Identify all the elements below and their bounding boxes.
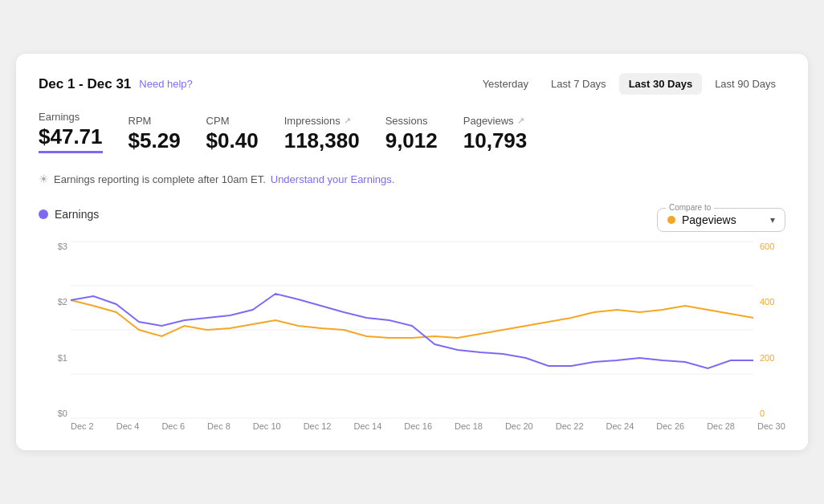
metric-sessions: Sessions 9,012 — [385, 115, 438, 153]
pageviews-arrow-icon: ↗ — [517, 116, 524, 126]
compare-value: Pageviews ▾ — [667, 213, 775, 226]
chart-wrapper: $3 $2 $1 $0 — [39, 242, 785, 418]
y-axis-left: $3 $2 $1 $0 — [39, 242, 67, 418]
x-label-dec30: Dec 30 — [757, 421, 785, 431]
metric-rpm: RPM $5.29 — [128, 115, 181, 153]
earnings-legend: Earnings — [39, 208, 99, 221]
x-label-dec22: Dec 22 — [556, 421, 584, 431]
understand-earnings-link[interactable]: Understand your Earnings. — [271, 173, 395, 185]
x-label-dec6: Dec 6 — [161, 421, 185, 431]
y-left-0: $0 — [39, 408, 67, 418]
notice-text: Earnings reporting is complete after 10a… — [54, 173, 266, 185]
metric-pageviews: Pageviews ↗ 10,793 — [463, 115, 528, 153]
date-range-text: Dec 1 - Dec 31 — [39, 76, 131, 92]
y-right-600: 600 — [760, 242, 785, 251]
compare-label: Compare to — [666, 203, 714, 212]
filter-30days[interactable]: Last 30 Days — [619, 73, 703, 95]
metric-earnings-value: $47.71 — [39, 124, 103, 153]
x-label-dec4: Dec 4 — [116, 421, 140, 431]
pageviews-line — [71, 300, 753, 338]
chevron-down-icon: ▾ — [770, 214, 775, 226]
compare-dropdown[interactable]: Compare to Pageviews ▾ — [657, 208, 785, 232]
metric-cpm-value: $0.40 — [206, 128, 259, 153]
time-filters: Yesterday Last 7 Days Last 30 Days Last … — [473, 73, 785, 95]
metric-impressions-value: 118,380 — [284, 128, 360, 153]
x-label-dec12: Dec 12 — [304, 421, 332, 431]
x-label-dec10: Dec 10 — [253, 421, 281, 431]
header-row: Dec 1 - Dec 31 Need help? Yesterday Last… — [39, 73, 785, 95]
filter-7days[interactable]: Last 7 Days — [541, 73, 616, 95]
x-label-dec18: Dec 18 — [455, 421, 483, 431]
compare-value-text: Pageviews — [682, 213, 736, 226]
chart-svg — [71, 242, 753, 418]
metric-earnings: Earnings $47.71 — [39, 111, 103, 153]
compare-value-inner: Pageviews — [667, 213, 736, 226]
x-label-dec8: Dec 8 — [207, 421, 230, 431]
y-right-0: 0 — [760, 408, 785, 418]
x-label-dec28: Dec 28 — [707, 421, 735, 431]
impressions-arrow-icon: ↗ — [344, 116, 351, 126]
x-label-dec26: Dec 26 — [656, 421, 684, 431]
filter-90days[interactable]: Last 90 Days — [705, 73, 785, 95]
x-label-dec24: Dec 24 — [606, 421, 634, 431]
y-right-200: 200 — [760, 353, 785, 363]
y-left-3: $3 — [39, 242, 67, 251]
chart-section: Earnings Compare to Pageviews ▾ $3 $2 $1 — [39, 208, 785, 431]
metric-rpm-label: RPM — [128, 115, 181, 127]
x-label-dec2: Dec 2 — [71, 421, 94, 431]
metrics-row: Earnings $47.71 RPM $5.29 CPM $0.40 Impr… — [39, 111, 785, 153]
y-right-400: 400 — [760, 297, 785, 307]
earnings-legend-dot — [39, 209, 48, 219]
sun-icon: ☀ — [39, 173, 49, 185]
metric-sessions-value: 9,012 — [385, 128, 438, 153]
notice-row: ☀ Earnings reporting is complete after 1… — [39, 166, 785, 192]
metric-pageviews-value: 10,793 — [463, 128, 528, 153]
metric-earnings-label: Earnings — [39, 111, 103, 123]
metric-rpm-value: $5.29 — [128, 128, 181, 153]
x-label-dec16: Dec 16 — [404, 421, 432, 431]
dashboard-card: Dec 1 - Dec 31 Need help? Yesterday Last… — [16, 54, 808, 450]
y-left-1: $1 — [39, 353, 67, 363]
y-left-2: $2 — [39, 297, 67, 307]
earnings-legend-label: Earnings — [55, 208, 99, 221]
x-label-dec14: Dec 14 — [353, 421, 381, 431]
filter-yesterday[interactable]: Yesterday — [473, 73, 538, 95]
x-label-dec20: Dec 20 — [505, 421, 533, 431]
x-axis-labels: Dec 2 Dec 4 Dec 6 Dec 8 Dec 10 Dec 12 De… — [39, 418, 785, 431]
chart-controls: Earnings Compare to Pageviews ▾ — [39, 208, 785, 232]
compare-dot — [667, 216, 675, 224]
metric-impressions-label: Impressions ↗ — [284, 115, 360, 127]
metric-cpm-label: CPM — [206, 115, 259, 127]
chart-inner — [71, 242, 753, 418]
need-help-link[interactable]: Need help? — [139, 78, 193, 90]
metric-sessions-label: Sessions — [385, 115, 438, 127]
y-axis-right: 600 400 200 0 — [757, 242, 785, 418]
metric-pageviews-label: Pageviews ↗ — [463, 115, 528, 127]
metric-impressions: Impressions ↗ 118,380 — [284, 115, 360, 153]
metric-cpm: CPM $0.40 — [206, 115, 259, 153]
date-range: Dec 1 - Dec 31 Need help? — [39, 76, 193, 92]
